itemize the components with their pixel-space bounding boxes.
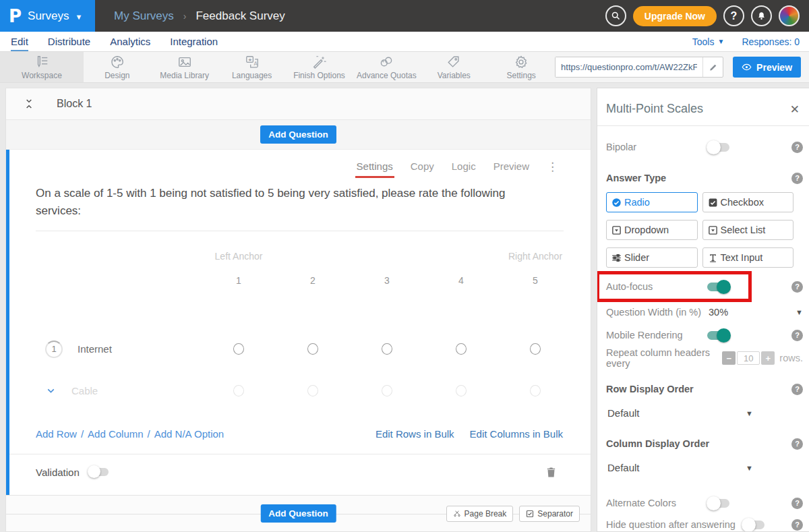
scale-column-3[interactable]: 3: [350, 275, 424, 286]
answer-type-help-icon[interactable]: ?: [791, 173, 803, 184]
answer-type-dropdown[interactable]: Dropdown: [606, 220, 698, 240]
toolbar-media-library[interactable]: Media Library: [151, 52, 218, 82]
question-width-value[interactable]: 30%: [709, 307, 728, 318]
toolbar-design[interactable]: Design: [84, 52, 151, 82]
add-question-button-top[interactable]: Add Question: [260, 125, 336, 144]
edit-url-button[interactable]: [702, 57, 723, 77]
add-row-link[interactable]: Add Row: [36, 428, 77, 440]
toolbar-advance-quotas[interactable]: Advance Quotas: [353, 52, 420, 82]
user-avatar[interactable]: [779, 5, 800, 26]
add-question-button-bottom[interactable]: Add Question: [260, 504, 336, 523]
edit-columns-in-bulk-link[interactable]: Edit Columns in Bulk: [470, 428, 563, 440]
responses-count: Responses: 0: [742, 36, 800, 47]
chevron-down-icon[interactable]: [45, 385, 57, 396]
separator-button[interactable]: Separator: [519, 506, 580, 522]
radio-button[interactable]: [307, 343, 318, 355]
toolbar-settings[interactable]: Settings: [487, 52, 555, 82]
tools-menu[interactable]: Tools ▼: [692, 36, 725, 47]
survey-url-input[interactable]: [556, 57, 702, 77]
answer-type-radio[interactable]: Radio: [606, 192, 698, 212]
hide-after-answering-help-icon[interactable]: ?: [791, 519, 803, 531]
radio-button[interactable]: [530, 343, 541, 355]
scale-column-4[interactable]: 4: [424, 275, 498, 286]
auto-focus-section: Auto-focus ?: [597, 272, 809, 301]
right-anchor-label[interactable]: Right Anchor: [498, 251, 572, 262]
upgrade-now-button[interactable]: Upgrade Now: [633, 6, 717, 26]
scale-column-2[interactable]: 2: [276, 275, 350, 286]
add-column-link[interactable]: Add Column: [88, 428, 144, 440]
search-button[interactable]: [605, 5, 626, 26]
bipolar-help-icon[interactable]: ?: [791, 142, 803, 153]
tab-analytics[interactable]: Analytics: [110, 32, 150, 51]
collapse-block-icon[interactable]: [24, 98, 34, 110]
question-tab-preview[interactable]: Preview: [493, 160, 529, 178]
mobile-rendering-toggle[interactable]: [707, 331, 729, 340]
edit-rows-in-bulk-link[interactable]: Edit Rows in Bulk: [376, 428, 454, 440]
answer-type-select-list[interactable]: Select List: [702, 220, 794, 240]
alternate-colors-toggle[interactable]: [707, 499, 729, 508]
preview-button[interactable]: Preview: [733, 57, 801, 78]
stepper-value[interactable]: 10: [737, 351, 760, 365]
radio-button[interactable]: [382, 343, 392, 355]
tab-distribute[interactable]: Distribute: [48, 32, 90, 51]
row-display-order-help-icon[interactable]: ?: [791, 384, 803, 395]
toolbar-variables[interactable]: Variables: [420, 52, 487, 82]
stepper-minus-button[interactable]: −: [722, 351, 736, 365]
toolbar-finish-options[interactable]: Finish Options: [286, 52, 353, 82]
hide-after-answering-toggle[interactable]: [742, 521, 765, 529]
preview-label: Preview: [756, 62, 792, 73]
media-library-icon: [177, 55, 192, 69]
question-tab-settings[interactable]: Settings: [357, 160, 393, 178]
chevron-down-icon: ▼: [746, 409, 753, 417]
radio-button[interactable]: [233, 343, 244, 355]
chevron-down-icon[interactable]: ▼: [796, 308, 803, 316]
radio-button[interactable]: [456, 385, 467, 396]
question-text[interactable]: On a scale of 1-5 with 1 being not satis…: [36, 185, 553, 220]
tab-edit[interactable]: Edit: [11, 32, 28, 51]
answer-type-text-input[interactable]: Text Input: [702, 247, 794, 268]
page-break-button[interactable]: Page Break: [446, 506, 514, 522]
scale-column-5[interactable]: 5: [498, 275, 572, 286]
notifications-button[interactable]: [751, 5, 772, 26]
column-display-order-help-icon[interactable]: ?: [791, 438, 803, 450]
row-drag-handle[interactable]: 1: [45, 341, 63, 358]
question-tab-logic[interactable]: Logic: [452, 160, 476, 178]
answer-type-label: Checkbox: [721, 197, 764, 208]
close-panel-icon[interactable]: ✕: [790, 102, 800, 116]
column-display-order-select[interactable]: Default ▼: [607, 462, 753, 473]
row-label-internet[interactable]: Internet: [78, 343, 112, 355]
tab-integration[interactable]: Integration: [170, 32, 218, 51]
product-switcher[interactable]: P Surveys ▼: [0, 0, 95, 32]
breadcrumb-my-surveys[interactable]: My Surveys: [114, 9, 174, 23]
design-palette-icon: [110, 55, 125, 69]
mobile-rendering-help-icon[interactable]: ?: [791, 330, 803, 341]
row-display-order-select[interactable]: Default ▼: [607, 407, 753, 419]
auto-focus-help-icon[interactable]: ?: [791, 281, 803, 293]
question-settings-panel: Multi-Point Scales ✕ Bipolar ? Answer Ty…: [597, 88, 809, 532]
radio-button[interactable]: [456, 343, 467, 355]
block-title[interactable]: Block 1: [57, 98, 92, 110]
breadcrumb: My Surveys › Feedback Survey: [114, 9, 285, 23]
answer-type-checkbox[interactable]: Checkbox: [702, 192, 794, 212]
question-tab-copy[interactable]: Copy: [411, 160, 434, 178]
auto-focus-toggle[interactable]: [707, 283, 729, 291]
stepper-plus-button[interactable]: +: [761, 351, 775, 365]
breadcrumb-current: Feedback Survey: [196, 9, 284, 23]
left-anchor-label[interactable]: Left Anchor: [202, 251, 276, 262]
radio-button[interactable]: [233, 385, 244, 396]
row-label-cable[interactable]: Cable: [71, 385, 98, 396]
delete-question-button[interactable]: [545, 466, 557, 479]
answer-type-slider[interactable]: Slider: [606, 247, 698, 268]
alternate-colors-help-icon[interactable]: ?: [791, 498, 803, 509]
radio-button[interactable]: [382, 385, 392, 396]
radio-button[interactable]: [530, 385, 541, 396]
validation-toggle[interactable]: [88, 468, 109, 476]
radio-button[interactable]: [307, 385, 318, 396]
add-na-option-link[interactable]: Add N/A Option: [154, 428, 224, 440]
toolbar-workspace[interactable]: Workspace: [0, 52, 84, 82]
bipolar-toggle[interactable]: [707, 143, 729, 152]
kebab-menu-icon[interactable]: ⋮: [547, 160, 558, 179]
scale-column-1[interactable]: 1: [202, 275, 276, 286]
help-button[interactable]: ?: [723, 5, 744, 26]
toolbar-languages[interactable]: ★A Languages: [218, 52, 286, 82]
